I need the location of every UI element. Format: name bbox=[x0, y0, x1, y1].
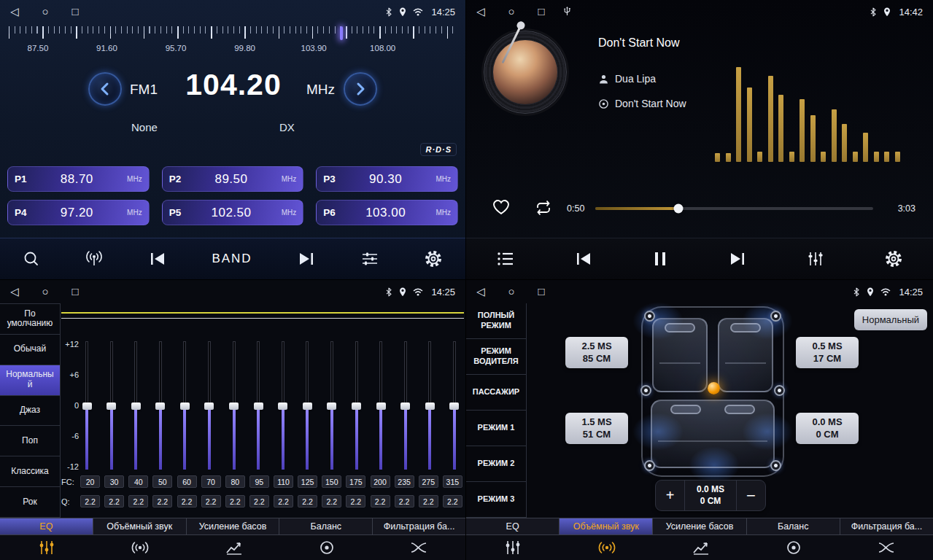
fc-value[interactable]: 70 bbox=[201, 475, 221, 488]
settings-gear-button[interactable] bbox=[884, 249, 903, 268]
surround-sound-icon[interactable] bbox=[131, 540, 150, 555]
q-value[interactable]: 2.2 bbox=[346, 495, 365, 508]
tune-up-button[interactable] bbox=[344, 72, 377, 106]
dial-pointer[interactable] bbox=[340, 26, 343, 40]
home-icon[interactable]: ○ bbox=[508, 280, 515, 303]
preset-button-4[interactable]: P497.20MHz bbox=[7, 200, 150, 225]
previous-track-button[interactable] bbox=[574, 250, 593, 268]
next-track-button[interactable] bbox=[728, 250, 747, 268]
eq-band-slider[interactable] bbox=[131, 341, 141, 470]
tab-balance[interactable]: Баланс bbox=[747, 518, 840, 534]
back-icon[interactable]: ◁ bbox=[10, 0, 19, 23]
eq-band-slider[interactable] bbox=[352, 341, 362, 470]
preset-button-5[interactable]: P5102.50MHz bbox=[162, 200, 304, 225]
eq-band-slider[interactable] bbox=[107, 341, 117, 470]
eq-band-slider[interactable] bbox=[376, 341, 386, 470]
recents-icon[interactable]: □ bbox=[538, 0, 545, 23]
slider-handle[interactable] bbox=[204, 402, 214, 410]
eq-band-slider[interactable] bbox=[400, 341, 411, 470]
preset-button-3[interactable]: P390.30MHz bbox=[316, 166, 458, 192]
balance-icon[interactable] bbox=[786, 540, 802, 556]
eq-preset-rock[interactable]: Рок bbox=[0, 487, 60, 518]
fc-value[interactable]: 50 bbox=[152, 475, 172, 488]
slider-handle[interactable] bbox=[254, 402, 263, 410]
eq-band-slider[interactable] bbox=[82, 341, 92, 470]
slider-handle[interactable] bbox=[180, 402, 190, 410]
slider-handle[interactable] bbox=[229, 402, 239, 410]
eq-mixer-icon[interactable] bbox=[504, 540, 522, 556]
eq-band-slider[interactable] bbox=[449, 341, 460, 470]
eq-preset-default[interactable]: По умолчанию bbox=[0, 304, 60, 335]
fc-value[interactable]: 40 bbox=[128, 475, 148, 488]
mode-3[interactable]: РЕЖИМ 3 bbox=[466, 482, 526, 518]
progress-knob[interactable] bbox=[674, 204, 684, 214]
preset-button-1[interactable]: P188.70MHz bbox=[7, 166, 150, 192]
tab-eq[interactable]: EQ bbox=[0, 518, 93, 534]
fc-value[interactable]: 60 bbox=[177, 475, 197, 488]
eq-band-slider[interactable] bbox=[302, 341, 312, 470]
eq-band-slider[interactable] bbox=[229, 341, 239, 470]
mode-full[interactable]: ПОЛНЫЙ РЕЖИМ bbox=[466, 303, 526, 339]
mode-driver[interactable]: РЕЖИМ ВОДИТЕЛЯ bbox=[466, 339, 526, 375]
q-value[interactable]: 2.2 bbox=[225, 495, 245, 508]
mixer-button[interactable] bbox=[806, 250, 825, 268]
slider-handle[interactable] bbox=[107, 402, 116, 410]
increase-delay-button[interactable]: + bbox=[656, 481, 685, 510]
eq-band-slider[interactable] bbox=[327, 341, 337, 470]
repeat-button[interactable] bbox=[533, 200, 554, 218]
eq-preset-classic[interactable]: Классика bbox=[0, 456, 60, 487]
delay-rear-left[interactable]: 1.5 MS51 CM bbox=[565, 413, 628, 444]
slider-handle[interactable] bbox=[449, 402, 459, 410]
delay-rear-right[interactable]: 0.0 MS0 CM bbox=[796, 413, 859, 444]
mode-1[interactable]: РЕЖИМ 1 bbox=[466, 411, 526, 446]
previous-station-button[interactable] bbox=[148, 250, 167, 268]
tab-balance[interactable]: Баланс bbox=[279, 518, 373, 534]
eq-band-slider[interactable] bbox=[425, 341, 435, 470]
slider-handle[interactable] bbox=[327, 402, 336, 410]
fc-value[interactable]: 30 bbox=[104, 475, 124, 488]
fc-value[interactable]: 125 bbox=[298, 475, 317, 488]
fc-value[interactable]: 95 bbox=[249, 475, 269, 488]
q-value[interactable]: 2.2 bbox=[371, 495, 390, 508]
scan-button[interactable] bbox=[23, 250, 40, 268]
listening-position-marker[interactable] bbox=[708, 382, 720, 394]
slider-handle[interactable] bbox=[376, 402, 386, 410]
filter-crossover-icon[interactable] bbox=[878, 540, 895, 555]
fc-value[interactable]: 150 bbox=[322, 475, 341, 488]
tab-bass-boost[interactable]: Усиление басов bbox=[653, 518, 746, 534]
recents-icon[interactable]: □ bbox=[72, 280, 79, 303]
back-icon[interactable]: ◁ bbox=[476, 0, 485, 23]
q-value[interactable]: 2.2 bbox=[419, 495, 438, 508]
slider-handle[interactable] bbox=[400, 402, 410, 410]
favorite-button[interactable] bbox=[491, 198, 511, 218]
tune-down-button[interactable] bbox=[88, 72, 122, 106]
recents-icon[interactable]: □ bbox=[538, 280, 545, 303]
q-value[interactable]: 2.2 bbox=[128, 495, 148, 508]
fc-value[interactable]: 200 bbox=[371, 475, 390, 488]
q-value[interactable]: 2.2 bbox=[298, 495, 317, 508]
frequency-dial[interactable]: 87.50 91.60 95.70 99.80 103.90 108.00 bbox=[9, 26, 457, 58]
preset-button-6[interactable]: P6103.00MHz bbox=[316, 200, 458, 225]
tab-bass-boost[interactable]: Усиление басов bbox=[187, 518, 280, 534]
q-value[interactable]: 2.2 bbox=[249, 495, 269, 508]
q-value[interactable]: 2.2 bbox=[177, 495, 197, 508]
fc-value[interactable]: 175 bbox=[346, 475, 365, 488]
tab-filter[interactable]: Фильтрация ба... bbox=[373, 518, 465, 534]
bass-boost-icon[interactable] bbox=[692, 540, 710, 555]
decrease-delay-button[interactable]: − bbox=[736, 481, 765, 510]
audio-settings-button[interactable] bbox=[360, 250, 379, 268]
fc-value[interactable]: 110 bbox=[274, 475, 293, 488]
balance-icon[interactable] bbox=[319, 540, 335, 556]
pause-button[interactable] bbox=[652, 250, 668, 268]
filter-crossover-icon[interactable] bbox=[410, 540, 427, 555]
slider-handle[interactable] bbox=[278, 402, 287, 410]
settings-gear-button[interactable] bbox=[424, 249, 443, 268]
band-button[interactable]: BAND bbox=[212, 252, 252, 266]
progress-bar[interactable] bbox=[595, 207, 873, 210]
antenna-button[interactable] bbox=[85, 250, 104, 268]
q-value[interactable]: 2.2 bbox=[104, 495, 124, 508]
eq-preset-custom[interactable]: Обычай bbox=[0, 335, 60, 365]
eq-preset-pop[interactable]: Поп bbox=[0, 426, 60, 456]
delay-front-right[interactable]: 0.5 MS17 CM bbox=[796, 337, 859, 368]
tab-eq[interactable]: EQ bbox=[466, 518, 560, 534]
